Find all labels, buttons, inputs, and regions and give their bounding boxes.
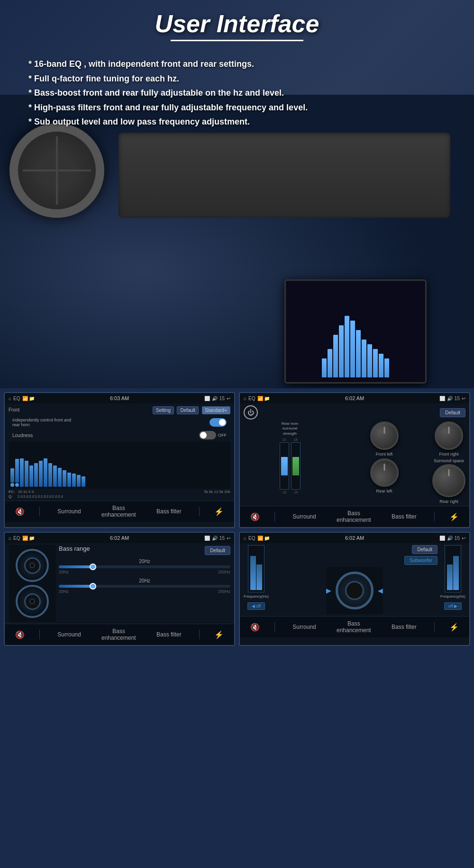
surround-btn-4[interactable]: Surround [290, 623, 319, 631]
standard-btn[interactable]: Standard+ [202, 406, 230, 414]
front-left-knob[interactable] [370, 421, 399, 450]
bass-filter-btn-4[interactable]: Bass filter [389, 623, 419, 631]
status-bar-3: ⌂ EQ 📶 📁 6:02 AM ⬜ 🔊 15 ↩ [5, 533, 234, 543]
eq-bar-10 [53, 465, 57, 487]
bass-enhance-btn-1[interactable]: Bassenhancement [99, 504, 139, 519]
crossover-speaker-inner [345, 581, 364, 600]
eq-bar-4 [25, 461, 28, 487]
status-time-1: 6:03 AM [110, 395, 129, 401]
surround-btn-2[interactable]: Surround [290, 512, 319, 521]
q-val: 2.0 [18, 494, 23, 499]
freq-off-btn-left[interactable]: ◀ off [247, 602, 265, 610]
slider-max-2: 250Hz [218, 589, 230, 594]
arrow-right: ◀ [378, 587, 383, 594]
fc-val: S [31, 490, 34, 494]
bass-filter-btn-1[interactable]: Bass filter [154, 507, 184, 516]
slider-thumb-1[interactable] [90, 564, 96, 570]
slider-track-2[interactable] [59, 585, 230, 588]
arrow-left: ▶ [326, 587, 331, 594]
media-icon-3: ⬜ [204, 536, 210, 541]
toolbar-sep-4 [434, 512, 435, 521]
toolbar-sep-2 [199, 507, 200, 516]
eq-bar-14 [72, 474, 76, 487]
status-left-3: ⌂ EQ 📶 📁 [9, 536, 35, 541]
eq-sliders-icon[interactable]: ⚡ [214, 507, 224, 516]
power-button[interactable]: ⏻ [244, 405, 258, 420]
rear-right-knob[interactable] [432, 464, 465, 497]
bass-filter-btn-2[interactable]: Bass filter [389, 512, 419, 521]
toolbar-sep-3 [274, 512, 275, 521]
meter-bottom-label: -10 [282, 491, 286, 494]
slider-track-1[interactable] [59, 565, 230, 568]
slider-range-1: 20Hz 250Hz [59, 570, 230, 574]
eq-dot-2 [15, 483, 19, 487]
rear-left-knob[interactable] [370, 458, 399, 487]
eq-label: EQ [13, 396, 20, 401]
fc-val: 31.5 [23, 490, 31, 494]
crossover-speaker-graphic: ▶ ◀ [326, 567, 383, 614]
status-bar-1: ⌂ EQ 📶 📁 6:03 AM ⬜ 🔊 15 ↩ [5, 393, 234, 403]
default-btn[interactable]: Default [177, 406, 199, 414]
volume-num-3: 15 [219, 536, 225, 541]
bass-default-btn[interactable]: Default [205, 546, 230, 555]
speaker-center-bottom [29, 599, 35, 604]
surround-btn-1[interactable]: Surround [55, 507, 83, 516]
surround-default-btn[interactable]: Default [440, 408, 465, 417]
volume-icon-status: 🔊 [212, 396, 218, 401]
crossover-panel: ⌂ EQ 📶 📁 6:02 AM ⬜ 🔊 15 ↩ [239, 532, 470, 646]
freq-off-btn-right[interactable]: off ▶ [444, 602, 462, 610]
home-icon: ⌂ [9, 396, 11, 401]
bass-filter-btn-3[interactable]: Bass filter [154, 630, 184, 639]
eq-sliders-icon-4[interactable]: ⚡ [449, 623, 459, 632]
q-val: 2.0 [29, 494, 34, 499]
slider-thumb-2[interactable] [90, 583, 96, 590]
toggle-front-rear[interactable] [210, 418, 227, 427]
page-title: User Interface [0, 9, 474, 38]
volume-mute-icon[interactable]: 🔇 [15, 507, 25, 516]
setting-btn[interactable]: Setting [153, 406, 174, 414]
bass-enhance-btn-4[interactable]: Bassenhancement [334, 619, 374, 635]
bass-enhance-btn-3[interactable]: Bassenhancement [99, 627, 139, 642]
toggle-loudness[interactable] [199, 431, 216, 439]
volume-num-2: 15 [455, 396, 460, 401]
eq-sliders-icon-3[interactable]: ⚡ [214, 630, 224, 639]
toolbar-sep-7 [274, 622, 275, 632]
front-right-knob[interactable] [435, 421, 463, 450]
slider-fill-2 [59, 585, 93, 588]
eq-sliders-icon-2[interactable]: ⚡ [449, 512, 459, 521]
volume-mute-icon-4[interactable]: 🔇 [250, 623, 260, 632]
bass-header: Bass range Default [59, 545, 230, 556]
bass-enhance-btn-2[interactable]: Bassenhancement [334, 509, 374, 524]
back-icon-3: ↩ [227, 536, 230, 541]
slider-max-1: 250Hz [218, 570, 230, 574]
eq-mini-bar [322, 358, 327, 377]
crossover-default-btn[interactable]: Default [412, 545, 438, 554]
q-val: 2.0 [35, 494, 40, 499]
volume-mute-icon-3[interactable]: 🔇 [15, 630, 25, 639]
option-row-2: Loudness OFF [9, 429, 230, 441]
eq-label-3: EQ [13, 536, 20, 541]
speaker-top [16, 549, 49, 582]
status-bar-4: ⌂ EQ 📶 📁 6:02 AM ⬜ 🔊 15 ↩ [240, 533, 469, 543]
bass-content: Bass range Default 20Hz 20Hz [5, 543, 234, 624]
signal-icons-4: 📶 📁 [257, 536, 270, 541]
speaker-inner-bottom [24, 593, 41, 610]
eq-mini-bar [339, 325, 344, 377]
q-val: 2.0 [52, 494, 57, 499]
slider-row-1: 20Hz 20Hz 250Hz [59, 559, 230, 574]
freq-bar-r1 [447, 564, 453, 590]
head-unit [284, 279, 427, 384]
bass-speaker-graphic [9, 545, 56, 622]
rear-horn-meters: 10 -10 18 [280, 438, 301, 494]
eq-mini-bar [367, 344, 372, 377]
title-section: User Interface [0, 9, 474, 43]
volume-mute-icon-2[interactable]: 🔇 [250, 512, 260, 521]
surround-btn-3[interactable]: Surround [55, 630, 83, 639]
q-row: Q: 2.0 2.0 2.0 2.0 2.0 2.0 2.0 2.0 [9, 494, 230, 499]
q-val: 2.0 [23, 494, 28, 499]
meter-right: 18 -10 [291, 438, 301, 494]
crossover-right-btns: Default Subwoofer [404, 545, 438, 565]
speaker-bottom [16, 585, 49, 618]
subwoofer-btn[interactable]: Subwoofer [404, 556, 438, 565]
home-icon-3: ⌂ [9, 536, 11, 541]
